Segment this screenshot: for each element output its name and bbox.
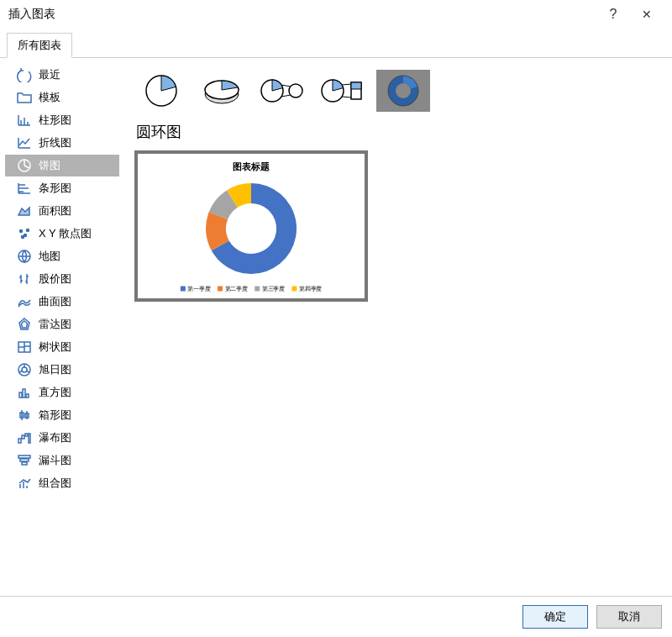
svg-rect-55 [351,82,361,89]
sidebar-item-bar[interactable]: 条形图 [5,177,119,199]
subtype-bar-of-pie[interactable] [316,70,370,112]
svg-rect-40 [18,455,30,458]
stock-chart-icon [15,271,34,287]
svg-line-57 [342,97,351,97]
svg-line-56 [342,84,351,85]
dialog-titlebar: 插入图表 ? ✕ [0,0,672,29]
svg-rect-41 [20,459,29,461]
preview-chart-canvas [197,173,306,284]
folder-icon [15,89,34,106]
combo-chart-icon [15,475,34,492]
close-button[interactable]: ✕ [630,8,664,21]
sidebar-item-treemap[interactable]: 树状图 [5,336,119,358]
svg-point-59 [396,83,411,98]
treemap-icon [15,339,34,355]
cancel-button[interactable]: 取消 [596,605,662,629]
surface-chart-icon [15,293,34,310]
waterfall-icon [15,429,34,446]
sidebar-item-map[interactable]: 地图 [5,245,119,267]
sidebar-item-box[interactable]: 箱形图 [5,404,119,426]
sidebar-item-radar[interactable]: 雷达图 [5,313,119,335]
ok-button[interactable]: 确定 [522,605,588,629]
sidebar-item-label: 瀑布图 [39,430,71,445]
sidebar-item-waterfall[interactable]: 瀑布图 [5,427,119,449]
subtype-pie[interactable] [134,70,188,112]
preview-legend: 第一季度 第二季度 第三季度 第四季度 [181,285,322,292]
sidebar-item-label: 树状图 [39,340,71,355]
svg-rect-39 [29,434,30,443]
box-plot-icon [15,407,34,424]
legend-item: 第四季度 [299,285,322,292]
sidebar-item-sunburst[interactable]: 旭日图 [5,359,119,381]
chart-preview[interactable]: 图表标题 第一季度 第二季度 第三季度 第四季度 [134,150,368,302]
legend-item: 第三季度 [262,285,285,292]
sidebar-item-label: 漏斗图 [39,453,71,468]
radar-chart-icon [15,316,34,333]
sidebar-item-area[interactable]: 面积图 [5,200,119,222]
chart-category-sidebar: 最近 模板 柱形图 折线图 饼图 条形图 面积图 X Y 散点图 [0,58,124,587]
subtype-pie-3d[interactable] [195,70,249,112]
dialog-body: 最近 模板 柱形图 折线图 饼图 条形图 面积图 X Y 散点图 [0,58,672,587]
svg-rect-36 [18,439,21,443]
sidebar-item-label: 雷达图 [39,317,71,332]
help-button[interactable]: ? [596,7,630,22]
svg-rect-29 [19,392,22,397]
bar-chart-icon [15,180,34,197]
sidebar-item-label: X Y 散点图 [39,226,92,241]
tab-all-charts[interactable]: 所有图表 [7,33,72,58]
svg-rect-37 [22,435,24,439]
chart-subtype-row [134,70,662,112]
dialog-title: 插入图表 [8,7,596,22]
main-panel: 圆环图 图表标题 第一季度 第二季度 第三 [124,58,672,587]
sidebar-item-label: 模板 [39,90,60,105]
sidebar-item-label: 股价图 [39,271,71,287]
svg-rect-31 [26,394,29,397]
subtype-pie-of-pie[interactable] [255,70,309,112]
sidebar-item-stock[interactable]: 股价图 [5,268,119,290]
sidebar-item-label: 条形图 [39,181,71,196]
sidebar-item-label: 柱形图 [39,113,71,128]
svg-rect-30 [23,389,25,397]
svg-rect-42 [22,462,27,465]
tabstrip: 所有图表 [0,32,672,58]
funnel-icon [15,452,34,469]
svg-line-28 [19,371,22,373]
line-chart-icon [15,134,34,151]
sidebar-item-template[interactable]: 模板 [5,87,119,108]
sidebar-item-label: 组合图 [39,476,71,491]
map-icon [15,248,34,265]
svg-line-27 [27,371,29,373]
sunburst-icon [15,361,34,378]
sidebar-item-label: 旭日图 [39,362,71,377]
svg-point-24 [22,367,27,372]
sidebar-item-label: 饼图 [39,158,60,173]
preview-chart-title: 图表标题 [233,161,270,173]
sidebar-item-pie[interactable]: 饼图 [5,155,119,176]
svg-point-7 [20,230,23,233]
sidebar-item-column[interactable]: 柱形图 [5,109,119,131]
sidebar-item-line[interactable]: 折线图 [5,132,119,154]
svg-point-10 [22,236,24,239]
legend-item: 第二季度 [225,285,248,292]
column-chart-icon [15,112,34,129]
dialog-footer: 确定 取消 [0,596,672,637]
sidebar-item-combo[interactable]: 组合图 [5,472,119,494]
sidebar-item-label: 最近 [39,67,60,82]
sidebar-item-funnel[interactable]: 漏斗图 [5,450,119,471]
legend-item: 第一季度 [187,285,210,292]
sidebar-item-histogram[interactable]: 直方图 [5,382,119,403]
sidebar-item-surface[interactable]: 曲面图 [5,291,119,313]
sidebar-item-scatter[interactable]: X Y 散点图 [5,223,119,245]
scatter-chart-icon [15,225,34,242]
histogram-icon [15,384,34,401]
svg-point-9 [27,229,29,232]
area-chart-icon [15,203,34,219]
subtype-doughnut[interactable] [376,70,430,112]
sidebar-item-label: 曲面图 [39,294,71,309]
sidebar-item-label: 直方图 [39,385,71,400]
svg-rect-38 [25,434,28,436]
sidebar-item-recent[interactable]: 最近 [5,64,119,86]
sidebar-item-label: 地图 [39,249,60,264]
svg-marker-19 [22,321,28,328]
pie-chart-icon [15,157,34,174]
